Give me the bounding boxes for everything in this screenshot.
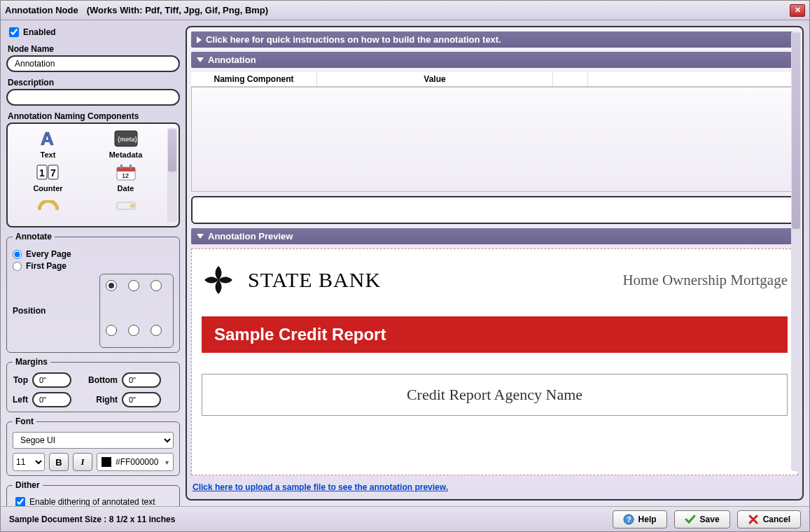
body: Enabled Node Name Description Annotation… <box>1 20 809 506</box>
svg-text:7: 7 <box>50 167 56 178</box>
bold-button[interactable]: B <box>49 453 69 471</box>
components-panel: A Text {meta} Metadata 17 <box>6 122 180 227</box>
svg-rect-8 <box>117 167 135 172</box>
dither-label: Enable dithering of annotated text <box>29 497 155 506</box>
scrollbar-thumb[interactable] <box>168 130 176 172</box>
font-legend: Font <box>13 416 36 426</box>
position-top-center[interactable] <box>128 280 139 291</box>
svg-text:A: A <box>41 130 54 148</box>
enabled-checkbox[interactable] <box>9 27 19 37</box>
save-button[interactable]: Save <box>674 510 730 528</box>
preview-header[interactable]: Annotation Preview <box>191 228 798 244</box>
red-title-bar: Sample Credit Report <box>202 316 788 353</box>
description-field: Description <box>6 76 180 106</box>
svg-text:?: ? <box>627 515 631 524</box>
every-page-radio[interactable] <box>13 250 22 259</box>
right-scrollbar[interactable] <box>791 31 801 471</box>
annotate-legend: Annotate <box>13 232 55 241</box>
annotation-header-label: Annotation <box>208 55 256 65</box>
scrollbar-thumb[interactable] <box>792 33 800 229</box>
close-button[interactable]: ✕ <box>790 4 805 17</box>
col-blank-1 <box>553 72 588 86</box>
footer: Sample Document Size : 8 1/2 x 11 inches… <box>1 506 809 531</box>
first-page-label: First Page <box>26 261 67 271</box>
position-bottom-center[interactable] <box>128 325 139 336</box>
node-name-input[interactable] <box>6 55 180 72</box>
help-button[interactable]: ? Help <box>613 510 667 528</box>
every-page-label: Every Page <box>26 249 71 259</box>
doc-header: STATE BANK Home Ownership Mortgage <box>202 263 788 297</box>
table-body[interactable] <box>191 87 798 192</box>
font-color-select[interactable]: #FF000000 ▾ <box>97 453 174 471</box>
first-page-radio[interactable] <box>13 262 22 271</box>
date-icon: 12 <box>113 162 139 183</box>
margins-legend: Margins <box>13 357 50 367</box>
window-title: Annotation Node <box>5 5 78 15</box>
component-date[interactable]: 12 Date <box>90 162 162 192</box>
components-scrollbar[interactable] <box>167 128 177 222</box>
font-size-select[interactable]: 11 <box>13 453 45 471</box>
enabled-label: Enabled <box>23 27 56 37</box>
text-icon: A <box>36 128 61 149</box>
agency-box: Credit Report Agency Name <box>202 374 788 416</box>
annotation-header[interactable]: Annotation <box>191 52 798 68</box>
position-bottom-left[interactable] <box>106 325 117 336</box>
preview-header-label: Annotation Preview <box>208 231 293 241</box>
margin-top-label: Top <box>13 375 28 385</box>
node-name-label: Node Name <box>8 44 180 54</box>
upload-sample-link[interactable]: Click here to upload a sample file to se… <box>191 479 798 495</box>
help-icon: ? <box>623 514 634 525</box>
card-icon <box>113 195 139 216</box>
svg-rect-10 <box>130 164 132 169</box>
position-bottom-right[interactable] <box>151 325 162 336</box>
bank-logo-icon <box>202 263 235 297</box>
titlebar: Annotation Node (Works With: Pdf, Tiff, … <box>1 1 809 20</box>
font-group: Font Segoe UI 11 B I #FF000000 ▾ <box>6 416 180 476</box>
italic-button[interactable]: I <box>73 453 92 471</box>
node-name-field: Node Name <box>6 43 180 72</box>
svg-point-13 <box>130 204 134 208</box>
triangle-right-icon <box>197 36 202 43</box>
component-partial-1[interactable] <box>12 195 84 218</box>
svg-text:12: 12 <box>122 172 129 179</box>
font-family-select[interactable]: Segoe UI <box>13 432 174 449</box>
margin-right-label: Right <box>88 395 118 405</box>
gauge-icon <box>36 195 61 216</box>
margin-left-label: Left <box>13 395 28 405</box>
margin-bottom-label: Bottom <box>88 375 118 385</box>
margin-bottom-input[interactable] <box>122 372 161 388</box>
left-column: Enabled Node Name Description Annotation… <box>6 26 180 500</box>
instructions-header[interactable]: Click here for quick instructions on how… <box>191 31 798 48</box>
preview-area: STATE BANK Home Ownership Mortgage Sampl… <box>191 248 798 475</box>
check-icon <box>685 514 696 525</box>
color-swatch-icon <box>102 457 111 467</box>
close-icon: ✕ <box>795 6 801 15</box>
margin-right-input[interactable] <box>122 392 161 407</box>
margins-group: Margins Top Bottom Left Right <box>6 357 180 412</box>
chevron-down-icon: ▾ <box>165 458 169 466</box>
margin-top-input[interactable] <box>32 372 71 388</box>
description-input[interactable] <box>6 89 180 106</box>
margin-left-input[interactable] <box>32 392 71 407</box>
position-top-right[interactable] <box>151 280 162 291</box>
component-counter[interactable]: 17 Counter <box>12 162 84 192</box>
svg-text:1: 1 <box>39 167 45 178</box>
annotation-node-window: Annotation Node (Works With: Pdf, Tiff, … <box>0 0 810 532</box>
svg-text:{meta}: {meta} <box>118 136 138 143</box>
x-icon <box>748 514 759 525</box>
window-subtitle: (Works With: Pdf, Tiff, Jpg, Gif, Png, B… <box>87 5 268 15</box>
component-text[interactable]: A Text <box>12 128 84 159</box>
component-metadata[interactable]: {meta} Metadata <box>90 128 162 159</box>
metadata-icon: {meta} <box>113 128 139 149</box>
document-size-label: Sample Document Size : 8 1/2 x 11 inches <box>9 514 175 524</box>
position-top-left[interactable] <box>106 280 117 291</box>
component-partial-2[interactable] <box>90 195 162 218</box>
col-blank-2 <box>588 72 798 86</box>
dither-checkbox[interactable] <box>15 497 25 506</box>
dither-group: Dither Enable dithering of annotated tex… <box>6 480 180 506</box>
position-grid <box>99 274 174 348</box>
counter-icon: 17 <box>36 162 61 183</box>
instructions-label: Click here for quick instructions on how… <box>206 34 501 45</box>
cancel-button[interactable]: Cancel <box>737 510 801 528</box>
triangle-down-icon <box>197 234 204 239</box>
